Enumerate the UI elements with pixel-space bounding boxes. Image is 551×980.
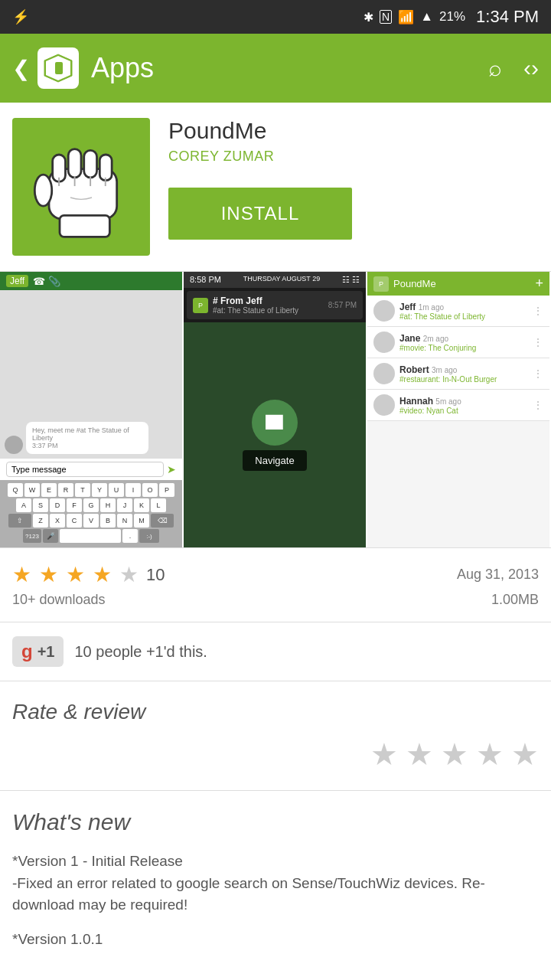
app-size: 1.00MB (491, 592, 539, 608)
key-i[interactable]: I (126, 483, 141, 497)
keyboard: Q W E R T Y U I O P A S D F G H J K L (0, 480, 182, 547)
list-item: Robert 3m ago #restaurant: In-N-Out Burg… (367, 358, 549, 390)
ss2-topbar: 8:58 PM THURSDAY AUGUST 29 ☷ ☷ (184, 272, 366, 288)
stars-left: ★ ★ ★ ★ ★ 10 (12, 562, 165, 587)
chat-bubble: Hey, meet me #at The Statue of Liberty 3… (26, 422, 148, 454)
svg-rect-6 (84, 150, 97, 177)
key-smiley[interactable]: :-) (139, 529, 159, 543)
key-s[interactable]: S (33, 498, 48, 512)
star-4[interactable]: ★ (93, 562, 112, 587)
key-b[interactable]: B (100, 514, 116, 528)
rate-star-4[interactable]: ★ (476, 737, 504, 772)
search-icon[interactable]: ⌕ (488, 55, 502, 81)
key-v[interactable]: V (83, 514, 99, 528)
rate-review-title: Rate & review (12, 700, 539, 724)
install-button[interactable]: INSTALL (168, 188, 352, 240)
list-item: Jane 2m ago #movie: The Conjuring ⋮ (367, 327, 549, 358)
key-g[interactable]: G (83, 498, 99, 512)
star-3[interactable]: ★ (66, 562, 85, 587)
key-delete[interactable]: ⌫ (151, 514, 174, 528)
key-e[interactable]: E (41, 483, 57, 497)
review-count: 10 (146, 565, 165, 585)
list-item: Jeff 1m ago #at: The Statue of Liberty ⋮ (367, 296, 549, 327)
gplus-badge[interactable]: g +1 (12, 636, 64, 667)
svg-point-8 (34, 175, 51, 206)
stars-row: ★ ★ ★ ★ ★ 10 Aug 31, 2013 (12, 562, 539, 587)
rate-star-3[interactable]: ★ (441, 737, 468, 772)
app-icon (12, 118, 150, 256)
gplus-g-icon: g (21, 641, 33, 662)
key-f[interactable]: F (67, 498, 82, 512)
key-u[interactable]: U (109, 483, 124, 497)
star-2[interactable]: ★ (39, 562, 58, 587)
version-1-fix: -Fixed an error related to google search… (12, 873, 539, 916)
svg-rect-13 (60, 215, 109, 237)
battery-percent: 21% (439, 9, 465, 24)
back-button[interactable]: ❮ (12, 56, 30, 81)
key-x[interactable]: X (50, 514, 65, 528)
key-j[interactable]: J (117, 498, 132, 512)
version-2-block: *Version 1.0.1 (12, 929, 539, 951)
svg-rect-7 (99, 155, 112, 181)
app-name: PoundMe (168, 118, 539, 144)
item-content: Jeff 1m ago #at: The Statue of Liberty (399, 302, 528, 321)
key-o[interactable]: O (142, 483, 158, 497)
avatar (373, 394, 395, 416)
key-n[interactable]: N (117, 514, 132, 528)
key-w[interactable]: W (24, 483, 40, 497)
star-1[interactable]: ★ (12, 562, 31, 587)
avatar (373, 332, 395, 353)
key-m[interactable]: M (134, 514, 149, 528)
share-icon[interactable]: ‹› (523, 55, 539, 81)
ss3-topbar: P PoundMe + (367, 272, 549, 296)
key-d[interactable]: D (50, 498, 65, 512)
usb-icon: ⚡ (12, 8, 29, 25)
key-space[interactable] (60, 529, 121, 543)
key-l[interactable]: L (151, 498, 166, 512)
navigate-button[interactable]: Navigate (243, 450, 306, 471)
key-a[interactable]: A (16, 498, 31, 512)
key-123[interactable]: ?123 (23, 529, 41, 543)
rate-star-2[interactable]: ★ (406, 737, 433, 772)
key-z[interactable]: Z (33, 514, 48, 528)
screenshot-3: P PoundMe + Jeff 1m ago #at: The Statue … (367, 272, 551, 547)
downloads-count: 10+ downloads (12, 592, 106, 608)
avatar (373, 300, 395, 322)
rate-stars: ★ ★ ★ ★ ★ (12, 737, 539, 772)
signal-icon: ▲ (420, 9, 433, 24)
key-q[interactable]: Q (8, 483, 23, 497)
key-y[interactable]: Y (92, 483, 107, 497)
app-developer: COREY ZUMAR (168, 149, 539, 165)
key-period[interactable]: . (122, 529, 138, 543)
downloads-row: 10+ downloads 1.00MB (12, 592, 539, 608)
release-date: Aug 31, 2013 (457, 567, 539, 583)
wifi-icon: 📶 (398, 9, 414, 25)
rate-star-1[interactable]: ★ (370, 737, 398, 772)
ss1-textbox[interactable]: Type message (6, 462, 164, 477)
key-r[interactable]: R (58, 483, 73, 497)
key-h[interactable]: H (100, 498, 116, 512)
star-5[interactable]: ★ (119, 562, 139, 587)
ss1-chat: Hey, meet me #at The Statue of Liberty 3… (0, 290, 182, 459)
version-1-block: *Version 1 - Initial Release -Fixed an e… (12, 851, 539, 916)
ss1-input-row: Type message ➤ (0, 459, 182, 480)
key-shift[interactable]: ⇧ (8, 514, 31, 528)
key-k[interactable]: K (134, 498, 149, 512)
whats-new-section: What's new *Version 1 - Initial Release … (0, 791, 551, 980)
ss3-list: Jeff 1m ago #at: The Statue of Liberty ⋮… (367, 296, 549, 421)
nav-actions: ⌕ ‹› (488, 55, 539, 81)
key-mic[interactable]: 🎤 (43, 529, 58, 543)
item-content: Hannah 5m ago #video: Nyan Cat (399, 396, 528, 415)
app-header: PoundMe COREY ZUMAR INSTALL (0, 103, 551, 272)
key-t[interactable]: T (75, 483, 90, 497)
screenshots-section: Jeff ☎ 📎 Hey, meet me #at The Statue of … (0, 272, 551, 548)
key-c[interactable]: C (67, 514, 82, 528)
rate-star-5[interactable]: ★ (511, 737, 539, 772)
page-title: Apps (91, 52, 488, 84)
status-bar-right: ✱ N 📶 ▲ 21% 1:34 PM (364, 7, 539, 27)
key-p[interactable]: P (159, 483, 174, 497)
status-bar: ⚡ ✱ N 📶 ▲ 21% 1:34 PM (0, 0, 551, 34)
screenshot-2: 8:58 PM THURSDAY AUGUST 29 ☷ ☷ P # From … (184, 272, 367, 547)
status-bar-left: ⚡ (12, 8, 29, 25)
list-item: Hannah 5m ago #video: Nyan Cat ⋮ (367, 390, 549, 421)
